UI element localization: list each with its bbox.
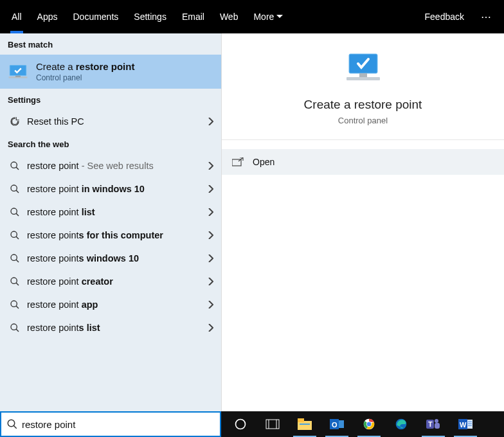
web-item[interactable]: restore point list (0, 201, 221, 224)
settings-item-reset[interactable]: Reset this PC (0, 110, 221, 133)
svg-point-7 (11, 208, 17, 214)
feedback-link[interactable]: Feedback (416, 12, 473, 22)
svg-point-15 (11, 301, 17, 307)
taskbar: O T W (221, 411, 504, 437)
svg-rect-20 (346, 77, 380, 80)
open-icon (232, 157, 244, 166)
chevron-right-icon (208, 324, 213, 332)
svg-point-11 (11, 254, 17, 260)
taskbar-chrome-icon[interactable] (354, 411, 384, 437)
web-item-label: restore point - See web results (22, 161, 208, 171)
best-match-item[interactable]: Create a restore point Control panel (0, 55, 221, 89)
tab-documents[interactable]: Documents (65, 0, 126, 33)
taskbar-edge-icon[interactable] (386, 411, 417, 437)
taskbar-taskview-icon[interactable] (257, 411, 288, 437)
web-item[interactable]: restore points for this computer (0, 224, 221, 247)
body: Best match Create a restore point Contro… (0, 33, 504, 411)
tab-email[interactable]: Email (174, 0, 212, 33)
tab-apps[interactable]: Apps (30, 0, 66, 33)
svg-point-37 (367, 422, 372, 427)
top-bar: All Apps Documents Settings Email Web Mo… (0, 0, 504, 33)
svg-line-10 (16, 236, 19, 239)
chevron-right-icon (208, 301, 213, 308)
search-icon (8, 299, 22, 310)
tab-all[interactable]: All (4, 0, 30, 33)
svg-line-4 (16, 167, 19, 170)
bottom-bar: O T W (0, 411, 504, 437)
action-open-label: Open (253, 157, 274, 167)
best-match-title-bold: restore point (76, 61, 135, 72)
preview-pane: Create a restore point Control panel Ope… (221, 33, 504, 411)
web-item-label: restore point app (22, 299, 208, 310)
section-web: Search the web (0, 133, 221, 154)
web-item-label: restore points list (22, 323, 208, 333)
taskbar-explorer-icon[interactable] (289, 411, 320, 437)
taskbar-cortana-icon[interactable] (225, 411, 256, 437)
search-icon (8, 230, 22, 240)
web-item-label: restore points for this computer (22, 230, 208, 240)
search-input[interactable] (22, 413, 215, 436)
svg-rect-30 (298, 418, 304, 422)
best-match-title-plain: Create a (36, 61, 76, 72)
svg-text:O: O (332, 421, 338, 429)
web-item-label: restore point creator (22, 276, 208, 287)
taskbar-teams-icon[interactable]: T (418, 411, 449, 437)
web-item[interactable]: restore points windows 10 (0, 247, 221, 270)
search-icon (8, 276, 22, 287)
web-item[interactable]: restore point app (0, 293, 221, 316)
best-match-text: Create a restore point Control panel (36, 61, 134, 82)
web-item-label: restore point in windows 10 (22, 184, 208, 194)
search-icon (6, 418, 18, 430)
web-item[interactable]: restore point in windows 10 (0, 177, 221, 201)
more-options-icon[interactable]: ⋯ (473, 11, 500, 23)
svg-point-5 (11, 185, 17, 191)
tab-web[interactable]: Web (212, 0, 246, 33)
web-item-label: restore points windows 10 (22, 253, 208, 263)
section-best-match: Best match (0, 33, 221, 55)
svg-point-3 (11, 162, 17, 168)
svg-point-23 (8, 420, 15, 427)
svg-rect-26 (266, 420, 279, 429)
tab-settings[interactable]: Settings (126, 0, 174, 33)
monitor-check-icon (8, 64, 28, 80)
svg-point-25 (236, 420, 246, 429)
svg-rect-45 (467, 420, 473, 429)
svg-point-13 (11, 278, 17, 283)
web-item-label: restore point list (22, 207, 208, 217)
svg-line-8 (16, 213, 19, 216)
svg-point-41 (435, 419, 438, 423)
results-pane: Best match Create a restore point Contro… (0, 33, 221, 411)
svg-rect-31 (300, 424, 310, 425)
web-item[interactable]: restore point creator (0, 270, 221, 293)
search-icon (8, 161, 22, 171)
svg-line-24 (14, 425, 17, 429)
svg-rect-29 (298, 421, 312, 430)
svg-line-16 (16, 306, 19, 308)
chevron-right-icon (208, 208, 213, 216)
tab-more-label: More (253, 12, 274, 22)
chevron-right-icon (208, 231, 213, 239)
search-box[interactable] (0, 411, 221, 437)
svg-text:W: W (460, 421, 467, 429)
action-open[interactable]: Open (222, 149, 504, 175)
web-item[interactable]: restore points list (0, 316, 221, 339)
tab-more[interactable]: More (246, 0, 291, 33)
chevron-down-icon (276, 15, 283, 19)
svg-point-17 (11, 324, 17, 330)
svg-rect-21 (359, 73, 367, 77)
svg-line-14 (16, 283, 19, 285)
chevron-right-icon (208, 118, 213, 125)
svg-line-6 (16, 190, 19, 193)
best-match-subtitle: Control panel (36, 73, 134, 82)
search-icon (8, 323, 22, 333)
chevron-right-icon (208, 162, 213, 170)
preview-title: Create a restore point (228, 98, 498, 112)
taskbar-word-icon[interactable]: W (450, 411, 481, 437)
taskbar-outlook-icon[interactable]: O (321, 411, 352, 437)
filter-tabs: All Apps Documents Settings Email Web Mo… (4, 0, 416, 33)
svg-rect-34 (339, 420, 344, 428)
search-icon (8, 207, 22, 217)
preview-subtitle: Control panel (228, 116, 498, 125)
svg-rect-2 (15, 75, 21, 76)
web-item[interactable]: restore point - See web results (0, 154, 221, 177)
